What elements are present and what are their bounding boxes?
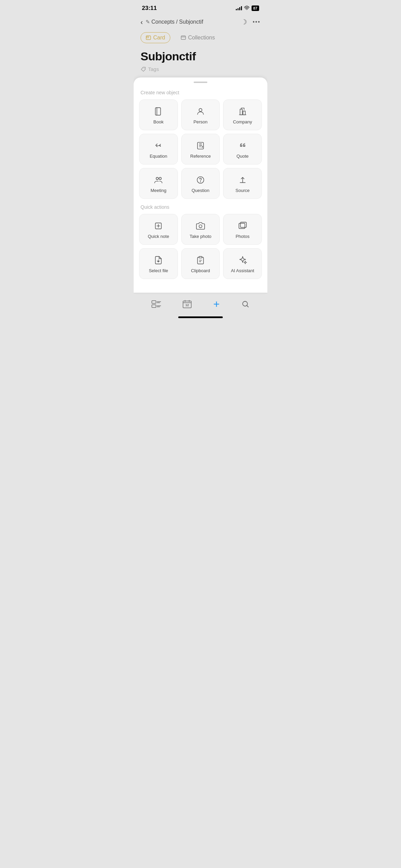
calendar-icon: 12	[183, 300, 192, 308]
svg-rect-9	[197, 142, 203, 149]
bottom-tab-add[interactable]: +	[208, 297, 225, 311]
quick-actions-section: Quick actions Quick note Take photo	[139, 204, 262, 279]
select-file-icon	[154, 256, 163, 265]
tab-card[interactable]: Card	[141, 32, 170, 43]
svg-rect-2	[147, 37, 149, 38]
bottom-tab-bar: 12 +	[134, 293, 267, 314]
object-grid: Book Person Company	[139, 99, 262, 199]
person-icon	[196, 107, 205, 116]
company-icon	[238, 107, 247, 116]
page-title: Subjonctif	[141, 50, 260, 63]
create-section-label: Create new object	[139, 90, 262, 95]
take-photo-icon	[196, 221, 205, 230]
tab-collections[interactable]: Collections	[176, 33, 220, 43]
object-item-meeting[interactable]: Meeting	[139, 168, 178, 199]
object-item-quote[interactable]: Quote	[223, 134, 262, 165]
person-label: Person	[193, 119, 207, 124]
list-icon	[151, 300, 161, 308]
add-icon: +	[213, 299, 220, 310]
source-label: Source	[235, 188, 250, 193]
more-options-icon[interactable]: •••	[253, 19, 260, 25]
breadcrumb: ✎ Concepts / Subjonctif	[146, 19, 203, 25]
svg-point-15	[199, 225, 202, 228]
svg-rect-20	[152, 305, 156, 308]
tab-card-label: Card	[153, 35, 165, 41]
svg-rect-7	[240, 109, 242, 114]
quote-label: Quote	[236, 154, 248, 159]
meeting-label: Meeting	[150, 188, 166, 193]
drag-handle	[194, 82, 207, 83]
card-tab-icon	[146, 35, 151, 40]
object-item-book[interactable]: Book	[139, 99, 178, 130]
bottom-tab-list[interactable]	[146, 299, 167, 309]
quick-note-icon	[154, 221, 163, 230]
photos-icon	[238, 221, 247, 230]
question-icon	[196, 176, 205, 184]
equation-label: Equation	[150, 154, 167, 159]
object-item-source[interactable]: Source	[223, 168, 262, 199]
question-label: Question	[192, 188, 209, 193]
company-label: Company	[233, 119, 252, 124]
quick-action-clipboard[interactable]: Clipboard	[181, 248, 220, 279]
tags-icon	[141, 67, 146, 72]
object-item-company[interactable]: Company	[223, 99, 262, 130]
moon-icon[interactable]: ☽	[241, 18, 247, 26]
search-icon	[241, 300, 250, 308]
status-icons: 87	[236, 5, 259, 11]
quote-icon	[238, 141, 247, 150]
take-photo-label: Take photo	[190, 234, 211, 239]
bottom-tab-search[interactable]	[236, 299, 255, 310]
clipboard-icon	[196, 256, 205, 265]
svg-rect-8	[243, 111, 245, 115]
bottom-sheet: Create new object Book Person	[134, 77, 267, 293]
collections-tab-icon	[181, 35, 186, 40]
page-title-area: Subjonctif Tags	[134, 45, 267, 75]
bottom-tab-calendar[interactable]: 12	[177, 299, 197, 310]
equation-icon	[154, 141, 163, 150]
back-button[interactable]: ‹	[141, 18, 143, 26]
tab-bar: Card Collections	[134, 29, 267, 45]
book-label: Book	[154, 119, 164, 124]
status-bar: 23:11 87	[134, 0, 267, 14]
nav-bar: ‹ ✎ Concepts / Subjonctif ☽ •••	[134, 14, 267, 29]
object-item-reference[interactable]: Reference	[181, 134, 220, 165]
svg-rect-19	[152, 301, 156, 303]
svg-point-11	[159, 177, 161, 180]
object-item-question[interactable]: Question	[181, 168, 220, 199]
svg-point-10	[156, 177, 159, 180]
object-item-equation[interactable]: Equation	[139, 134, 178, 165]
quick-action-quick-note[interactable]: Quick note	[139, 214, 178, 245]
svg-rect-17	[240, 222, 246, 227]
svg-rect-16	[239, 223, 245, 228]
status-time: 23:11	[142, 5, 157, 12]
quick-note-label: Quick note	[148, 234, 169, 239]
svg-point-4	[144, 68, 145, 69]
quick-actions-grid: Quick note Take photo Photos	[139, 214, 262, 279]
meeting-icon	[154, 176, 163, 184]
breadcrumb-text: Concepts / Subjonctif	[151, 19, 203, 25]
book-icon	[154, 107, 163, 116]
quick-action-select-file[interactable]: Select file	[139, 248, 178, 279]
ai-assistant-icon	[238, 256, 247, 265]
svg-point-13	[200, 182, 200, 182]
nav-left: ‹ ✎ Concepts / Subjonctif	[141, 18, 203, 26]
photos-label: Photos	[235, 234, 249, 239]
clipboard-label: Clipboard	[191, 268, 210, 273]
reference-icon	[196, 141, 205, 150]
svg-rect-5	[156, 108, 161, 115]
tags-label: Tags	[148, 66, 159, 72]
svg-text:12: 12	[185, 303, 189, 307]
battery-indicator: 87	[252, 5, 259, 11]
object-item-person[interactable]: Person	[181, 99, 220, 130]
svg-rect-18	[199, 256, 202, 258]
source-icon	[238, 176, 247, 184]
breadcrumb-icon: ✎	[146, 19, 150, 25]
wifi-icon	[244, 6, 250, 11]
svg-point-6	[199, 108, 202, 111]
quick-action-photos[interactable]: Photos	[223, 214, 262, 245]
quick-action-take-photo[interactable]: Take photo	[181, 214, 220, 245]
tab-collections-label: Collections	[188, 35, 215, 41]
svg-rect-3	[181, 36, 185, 39]
quick-action-ai-assistant[interactable]: AI Assistant	[223, 248, 262, 279]
tags-row[interactable]: Tags	[141, 66, 260, 72]
